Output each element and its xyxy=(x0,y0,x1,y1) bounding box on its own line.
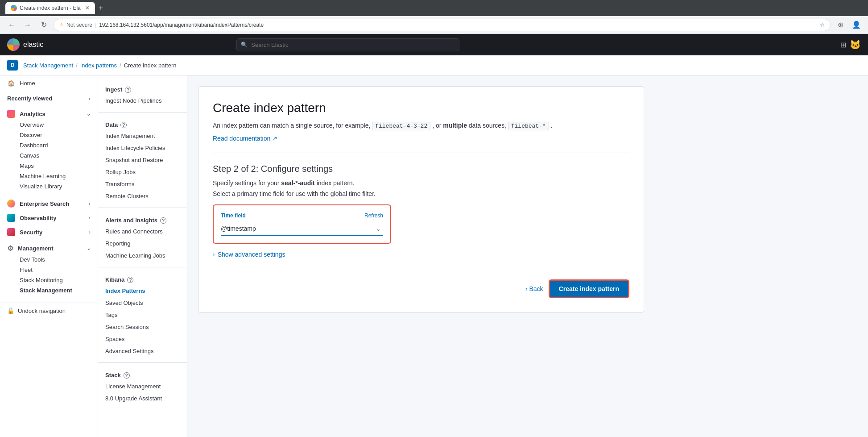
url-bar[interactable]: ⚠ Not secure | 192.168.164.132:5601/app/… xyxy=(54,19,831,31)
create-index-pattern-button[interactable]: Create index pattern xyxy=(549,279,629,298)
breadcrumb-separator-2: / xyxy=(120,62,121,69)
time-field-box: Time field Refresh @timestamp ⌄ xyxy=(213,204,391,244)
middle-item-ingest-pipelines[interactable]: Ingest Node Pipelines xyxy=(98,95,187,107)
middle-item-ml-jobs[interactable]: Machine Learning Jobs xyxy=(98,250,187,262)
sidebar-item-visualize[interactable]: Visualize Library xyxy=(0,181,98,191)
content-card: Create index pattern An index pattern ca… xyxy=(198,86,644,313)
top-search[interactable]: 🔍 xyxy=(236,38,459,51)
middle-divider-3 xyxy=(98,267,187,267)
alerts-help-icon[interactable]: ? xyxy=(160,217,166,224)
back-nav-button[interactable]: ← xyxy=(5,19,18,31)
time-field-select-wrap[interactable]: @timestamp ⌄ xyxy=(221,222,383,236)
tab-favicon xyxy=(11,5,17,11)
lock-icon: 🔓 xyxy=(7,308,14,314)
sidebar-item-canvas[interactable]: Canvas xyxy=(0,150,98,161)
sidebar-item-discover[interactable]: Discover xyxy=(0,130,98,140)
time-field-select[interactable]: @timestamp xyxy=(221,222,383,236)
sidebar-item-fleet[interactable]: Fleet xyxy=(0,265,98,275)
unlock-label: Undock navigation xyxy=(18,308,66,314)
sidebar-analytics-section[interactable]: Analytics ⌄ xyxy=(0,105,98,120)
middle-item-spaces[interactable]: Spaces xyxy=(98,333,187,345)
middle-item-remote-clusters[interactable]: Remote Clusters xyxy=(98,190,187,202)
ingest-help-icon[interactable]: ? xyxy=(125,87,131,93)
sidebar-management-section[interactable]: ⚙ Management ⌄ xyxy=(0,240,98,254)
middle-item-lifecycle[interactable]: Index Lifecycle Policies xyxy=(98,142,187,154)
sidebar-security[interactable]: Security › xyxy=(0,224,98,238)
middle-item-advanced-settings[interactable]: Advanced Settings xyxy=(98,345,187,357)
browser-nav-bar: ← → ↻ ⚠ Not secure | 192.168.164.132:560… xyxy=(0,16,868,34)
page-title: Create index pattern xyxy=(213,101,629,115)
breadcrumb-item-index-patterns[interactable]: Index patterns xyxy=(80,62,117,69)
grid-icon[interactable]: ⊞ xyxy=(840,41,846,49)
step-desc-2: Select a primary time field for use with… xyxy=(213,190,629,197)
desc-example1: filebeat-4-3-22 xyxy=(372,122,430,130)
read-docs-label: Read documentation xyxy=(213,135,270,142)
refresh-button[interactable]: Refresh xyxy=(364,212,383,219)
sidebar-item-stack-management[interactable]: Stack Management xyxy=(0,285,98,295)
stack-section-title: Stack ? xyxy=(98,368,187,380)
sidebar-item-maps[interactable]: Maps xyxy=(0,161,98,171)
sidebar-item-home[interactable]: 🏠 Home xyxy=(0,75,98,91)
middle-item-reporting[interactable]: Reporting xyxy=(98,237,187,250)
breadcrumb-item-stack-management[interactable]: Stack Management xyxy=(23,62,73,69)
url-separator: | xyxy=(95,22,96,28)
read-docs-link[interactable]: Read documentation ↗ xyxy=(213,135,277,142)
new-tab-button[interactable]: + xyxy=(99,4,103,13)
middle-divider-2 xyxy=(98,208,187,208)
analytics-label: Analytics xyxy=(20,111,45,117)
search-input[interactable] xyxy=(236,38,459,51)
sidebar-item-stack-monitoring[interactable]: Stack Monitoring xyxy=(0,275,98,285)
stack-help-icon[interactable]: ? xyxy=(124,372,130,379)
analytics-chevron: ⌄ xyxy=(87,111,91,117)
middle-item-index-patterns[interactable]: Index Patterns xyxy=(98,285,187,297)
tab-title: Create index pattern - Ela xyxy=(20,5,81,11)
top-nav: elastic 🔍 ⊞ 🐱 xyxy=(0,34,868,55)
sidebar-item-dashboard[interactable]: Dashboard xyxy=(0,140,98,150)
middle-item-saved-objects[interactable]: Saved Objects xyxy=(98,297,187,309)
user-avatar-icon[interactable]: 🐱 xyxy=(850,39,861,50)
browser-tab[interactable]: Create index pattern - Ela ✕ xyxy=(5,2,95,14)
sidebar-item-overview[interactable]: Overview xyxy=(0,120,98,130)
unlock-nav-bar[interactable]: 🔓 Undock navigation xyxy=(0,303,98,319)
desc-bold: multiple xyxy=(443,122,467,129)
security-label: Security xyxy=(20,229,42,236)
security-chevron: › xyxy=(89,229,91,235)
sidebar-enterprise-search[interactable]: Enterprise Search › xyxy=(0,195,98,209)
account-icon[interactable]: 👤 xyxy=(850,19,863,31)
middle-item-rules[interactable]: Rules and Connectors xyxy=(98,225,187,237)
url-text: 192.168.164.132:5601/app/management/kiba… xyxy=(99,22,264,28)
sidebar-observability[interactable]: Observability › xyxy=(0,209,98,224)
back-button[interactable]: ‹ Back xyxy=(525,285,543,292)
data-help-icon[interactable]: ? xyxy=(120,122,127,128)
middle-item-rollup[interactable]: Rollup Jobs xyxy=(98,166,187,178)
middle-item-transforms[interactable]: Transforms xyxy=(98,178,187,190)
middle-item-tags[interactable]: Tags xyxy=(98,309,187,321)
security-icon xyxy=(7,228,15,236)
extensions-icon[interactable]: ⊕ xyxy=(834,19,847,31)
sidebar-item-devtools[interactable]: Dev Tools xyxy=(0,254,98,265)
elastic-logo[interactable]: elastic xyxy=(7,38,43,51)
page-description: An index pattern can match a single sour… xyxy=(213,121,629,131)
middle-item-search-sessions[interactable]: Search Sessions xyxy=(98,321,187,333)
middle-item-snapshot[interactable]: Snapshot and Restore xyxy=(98,154,187,166)
advanced-settings-link[interactable]: › Show advanced settings xyxy=(213,251,629,258)
data-label: Data xyxy=(105,121,118,128)
sidebar-recently-viewed[interactable]: Recently viewed › xyxy=(0,91,98,104)
forward-nav-button[interactable]: → xyxy=(21,19,34,31)
url-warning-icon: ⚠ xyxy=(59,22,64,28)
middle-item-upgrade[interactable]: 8.0 Upgrade Assistant xyxy=(98,392,187,404)
observability-label: Observability xyxy=(20,215,56,221)
desc-suffix: data sources, xyxy=(469,122,506,129)
left-sidebar: 🏠 Home Recently viewed › Analytics ⌄ Ove… xyxy=(0,75,98,437)
middle-item-index-mgmt[interactable]: Index Management xyxy=(98,130,187,142)
tab-close-icon[interactable]: ✕ xyxy=(85,5,90,11)
sidebar-home-label: Home xyxy=(20,80,35,87)
kibana-help-icon[interactable]: ? xyxy=(127,277,133,283)
url-star-icon[interactable]: ☆ xyxy=(820,22,825,28)
desc-middle: , or xyxy=(432,122,441,129)
sidebar-item-ml[interactable]: Machine Learning xyxy=(0,171,98,181)
middle-item-license[interactable]: License Management xyxy=(98,380,187,392)
refresh-nav-button[interactable]: ↻ xyxy=(37,19,50,31)
step-desc-1: Specify settings for your seal-*-audit i… xyxy=(213,179,629,187)
main-layout: 🏠 Home Recently viewed › Analytics ⌄ Ove… xyxy=(0,75,868,437)
